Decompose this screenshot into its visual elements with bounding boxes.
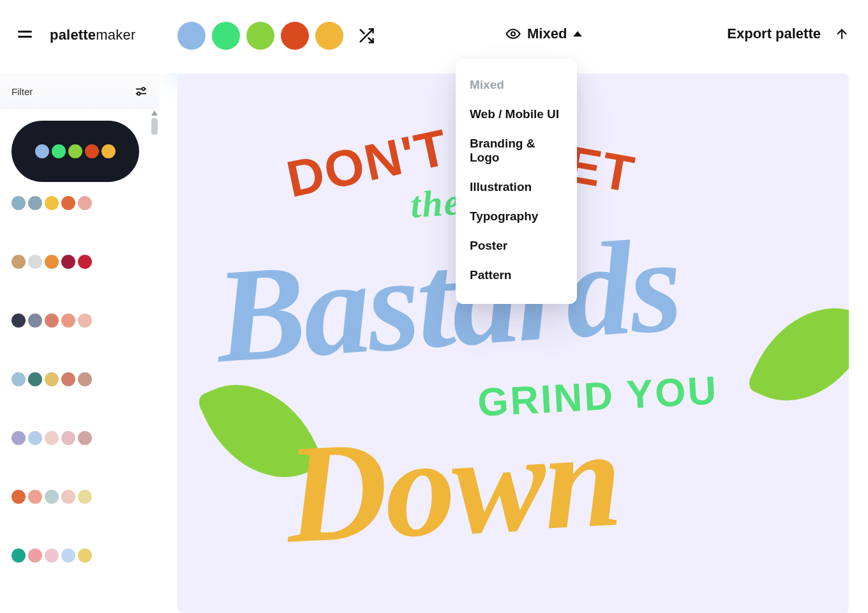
art-word-the: the xyxy=(409,180,463,226)
export-button[interactable]: Export palette xyxy=(727,26,821,42)
shuffle-icon[interactable] xyxy=(357,27,375,45)
palette-item-dot xyxy=(78,490,92,504)
palette-item-dot xyxy=(45,372,59,386)
sidebar: Filter xyxy=(0,73,160,613)
palette-item-dot xyxy=(45,314,59,328)
palette-item-dot xyxy=(61,314,75,328)
palette-item-dot xyxy=(85,144,99,158)
palette-item-0[interactable] xyxy=(11,121,139,182)
palette-item-dot xyxy=(11,490,26,504)
palette-dot-3[interactable] xyxy=(281,22,309,50)
palette-item-3[interactable] xyxy=(11,314,160,328)
palette-item-dot xyxy=(11,431,26,445)
scrollbar[interactable] xyxy=(151,110,158,135)
palette-item-dot xyxy=(28,431,42,445)
palette-dot-0[interactable] xyxy=(177,22,206,50)
palette-item-dot xyxy=(68,144,82,158)
scroll-up-icon[interactable] xyxy=(151,110,158,116)
app-header: palettemaker Mixed Export palette xyxy=(0,0,868,73)
palette-item-dot xyxy=(45,431,59,445)
caret-up-icon xyxy=(573,29,582,38)
palette-item-dot xyxy=(28,549,42,563)
palette-item-dot xyxy=(78,549,92,563)
palette-item-dot xyxy=(78,255,92,269)
dropdown-item-branding-logo[interactable]: Branding & Logo xyxy=(470,129,563,172)
sliders-icon[interactable] xyxy=(134,84,148,98)
svg-point-0 xyxy=(511,32,515,36)
app-logo[interactable]: palettemaker xyxy=(50,27,135,43)
preview-dropdown-trigger[interactable]: Mixed xyxy=(505,26,582,42)
palette-item-2[interactable] xyxy=(11,255,160,269)
palette-item-dot xyxy=(61,431,75,445)
palette-item-5[interactable] xyxy=(11,431,160,445)
svg-point-2 xyxy=(142,87,144,90)
palette-item-dot xyxy=(61,549,75,563)
palette-item-dot xyxy=(45,490,59,504)
palette-item-dot xyxy=(61,372,75,386)
dropdown-item-typography[interactable]: Typography xyxy=(470,202,563,231)
palette-item-6[interactable] xyxy=(11,490,160,504)
preview-label: Mixed xyxy=(527,26,567,42)
palette-item-7[interactable] xyxy=(11,549,160,563)
filter-row: Filter xyxy=(0,73,160,109)
svg-point-4 xyxy=(137,92,140,95)
palette-item-dot xyxy=(45,549,59,563)
palette-item-dot xyxy=(61,255,75,269)
dropdown-item-illustration[interactable]: Illustration xyxy=(470,172,563,202)
palette-item-dot xyxy=(61,490,75,504)
palette-item-dot xyxy=(78,431,92,445)
palette-item-dot xyxy=(28,372,42,386)
menu-icon[interactable] xyxy=(18,31,32,41)
palette-item-dot xyxy=(45,255,59,269)
palette-item-dot xyxy=(78,314,92,328)
palette-item-dot xyxy=(35,144,49,158)
palette-item-dot xyxy=(45,196,59,210)
current-palette xyxy=(177,22,375,50)
palette-item-dot xyxy=(61,196,75,210)
palette-item-dot xyxy=(28,314,42,328)
art-word-down: Down xyxy=(282,397,623,576)
palette-item-dot xyxy=(28,255,42,269)
palette-item-dot xyxy=(28,196,42,210)
palette-dot-1[interactable] xyxy=(212,22,240,50)
preview-dropdown-menu: MixedWeb / Mobile UIBranding & LogoIllus… xyxy=(456,59,577,304)
upload-icon[interactable] xyxy=(835,27,849,41)
palette-item-dot xyxy=(78,372,92,386)
palette-item-dot xyxy=(11,372,26,386)
palette-item-4[interactable] xyxy=(11,372,160,386)
palette-dot-2[interactable] xyxy=(246,22,274,50)
scroll-thumb[interactable] xyxy=(151,118,158,135)
logo-prefix: palette xyxy=(50,27,96,43)
leaf-decoration xyxy=(746,284,849,425)
palette-item-dot xyxy=(28,490,42,504)
palette-list xyxy=(0,109,160,613)
palette-dot-4[interactable] xyxy=(315,22,343,50)
dropdown-item-web-mobile-ui[interactable]: Web / Mobile UI xyxy=(470,100,563,129)
dropdown-item-pattern[interactable]: Pattern xyxy=(470,261,563,290)
palette-item-dot xyxy=(52,144,66,158)
palette-item-dot xyxy=(101,144,116,158)
art-word-bastards: Bastards xyxy=(211,208,684,393)
eye-icon xyxy=(505,26,521,42)
palette-item-dot xyxy=(11,549,26,563)
filter-label: Filter xyxy=(11,86,33,97)
palette-item-dot xyxy=(11,314,26,328)
dropdown-item-mixed[interactable]: Mixed xyxy=(470,70,563,100)
dropdown-item-poster[interactable]: Poster xyxy=(470,231,563,261)
palette-item-dot xyxy=(78,196,92,210)
palette-item-dot xyxy=(11,255,26,269)
logo-suffix: maker xyxy=(96,27,135,43)
palette-item-dot xyxy=(11,196,26,210)
palette-item-1[interactable] xyxy=(11,196,160,210)
